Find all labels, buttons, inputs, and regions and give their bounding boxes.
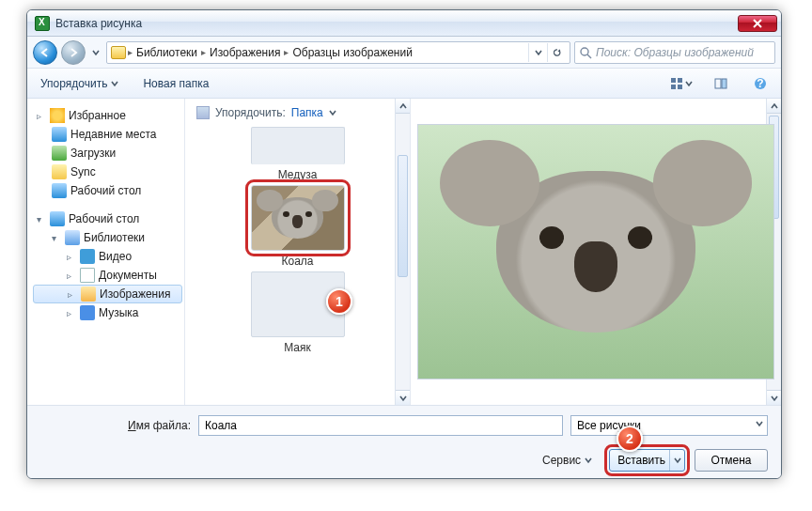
libraries-icon [65, 230, 80, 245]
nav-favorites[interactable]: ▹Избранное [33, 106, 182, 125]
annotation-badge-2: 2 [617, 426, 643, 452]
svg-rect-3 [671, 85, 676, 89]
downloads-icon [52, 146, 67, 161]
nav-pictures[interactable]: ▹Изображения [33, 285, 182, 303]
chevron-down-icon [756, 420, 763, 427]
nav-videos[interactable]: ▹Видео [33, 247, 182, 266]
nav-sync[interactable]: Sync [33, 163, 182, 181]
svg-point-0 [581, 48, 588, 55]
search-placeholder: Поиск: Образцы изображений [596, 46, 754, 59]
insert-picture-dialog: Вставка рисунка ▸ Библиотеки ▸ Изображен… [26, 9, 782, 479]
recent-icon [52, 127, 67, 142]
preview-pane [411, 99, 781, 405]
file-item-selected[interactable]: Коала [242, 185, 354, 268]
close-button[interactable] [738, 15, 777, 32]
breadcrumb-seg[interactable]: Библиотеки [133, 46, 201, 59]
filename-label: Имя файла: [40, 419, 191, 432]
svg-rect-6 [722, 79, 726, 88]
list-scrollbar[interactable] [395, 99, 410, 405]
nav-libraries[interactable]: ▾Библиотеки [33, 228, 182, 247]
nav-music[interactable]: ▹Музыка [33, 303, 182, 322]
window-title: Вставка рисунка [55, 17, 738, 30]
toolbar: Упорядочить Новая папка ? [27, 69, 781, 99]
file-type-filter[interactable]: Все рисунки [570, 415, 768, 436]
nav-documents[interactable]: ▹Документы [33, 266, 182, 285]
chevron-down-icon [585, 457, 592, 464]
music-icon [80, 305, 95, 320]
nav-row: ▸ Библиотеки ▸ Изображения ▸ Образцы изо… [27, 37, 781, 69]
scroll-down-icon[interactable] [396, 390, 410, 405]
video-icon [80, 249, 95, 264]
search-input[interactable]: Поиск: Образцы изображений [574, 41, 775, 64]
view-mode-button[interactable] [668, 73, 695, 94]
help-button[interactable]: ? [747, 73, 773, 94]
back-button[interactable] [33, 40, 57, 65]
organize-menu[interactable]: Упорядочить [35, 74, 124, 93]
chevron-down-icon [329, 109, 336, 116]
tools-menu[interactable]: Сервис [542, 454, 592, 467]
scroll-up-icon[interactable] [396, 99, 410, 114]
nav-desktop-fav[interactable]: Рабочий стол [33, 181, 182, 200]
navigation-pane: ▹Избранное Недавние места Загрузки Sync … [27, 99, 185, 405]
insert-button[interactable]: Вставить [609, 449, 685, 472]
insert-dropdown[interactable] [669, 450, 684, 471]
history-dropdown[interactable] [89, 40, 102, 65]
footer: Имя файла: Все рисунки Сервис Вставить О… [27, 405, 781, 478]
star-icon [50, 108, 65, 123]
desktop-icon [52, 183, 67, 198]
breadcrumb-seg[interactable]: Изображения [206, 46, 284, 59]
svg-rect-2 [678, 78, 682, 83]
folder-icon [111, 46, 126, 59]
preview-pane-button[interactable] [708, 73, 734, 94]
svg-rect-5 [715, 79, 721, 88]
scroll-thumb[interactable] [398, 155, 408, 277]
pictures-icon [81, 286, 96, 302]
file-list: Упорядочить: Папка Медуза Коала Маяк [185, 99, 411, 405]
cancel-button[interactable]: Отмена [695, 449, 768, 472]
nav-recent[interactable]: Недавние места [33, 125, 182, 144]
file-item[interactable]: Медуза [242, 127, 354, 181]
titlebar[interactable]: Вставка рисунка [27, 10, 781, 37]
search-icon [579, 46, 592, 59]
thumbnail [251, 127, 345, 164]
refresh-button[interactable] [547, 43, 566, 62]
thumbnail [251, 185, 345, 251]
breadcrumb-seg[interactable]: Образцы изображений [289, 46, 415, 59]
list-arrange[interactable]: Упорядочить: Папка [189, 104, 406, 127]
filename-input[interactable] [198, 415, 563, 436]
stack-icon [196, 106, 210, 119]
addr-dropdown[interactable] [528, 43, 547, 62]
svg-rect-4 [678, 85, 682, 89]
svg-rect-1 [671, 78, 676, 83]
address-bar[interactable]: ▸ Библиотеки ▸ Изображения ▸ Образцы изо… [106, 41, 570, 64]
forward-button[interactable] [61, 40, 86, 65]
excel-icon [35, 16, 50, 31]
preview-image [417, 124, 774, 379]
nav-desktop[interactable]: ▾Рабочий стол [33, 209, 182, 228]
desktop-icon [50, 211, 65, 226]
sync-icon [52, 164, 67, 179]
document-icon [80, 268, 95, 283]
annotation-badge-1: 1 [326, 288, 352, 315]
nav-downloads[interactable]: Загрузки [33, 144, 182, 163]
svg-text:?: ? [757, 77, 763, 90]
new-folder-button[interactable]: Новая папка [137, 74, 214, 93]
